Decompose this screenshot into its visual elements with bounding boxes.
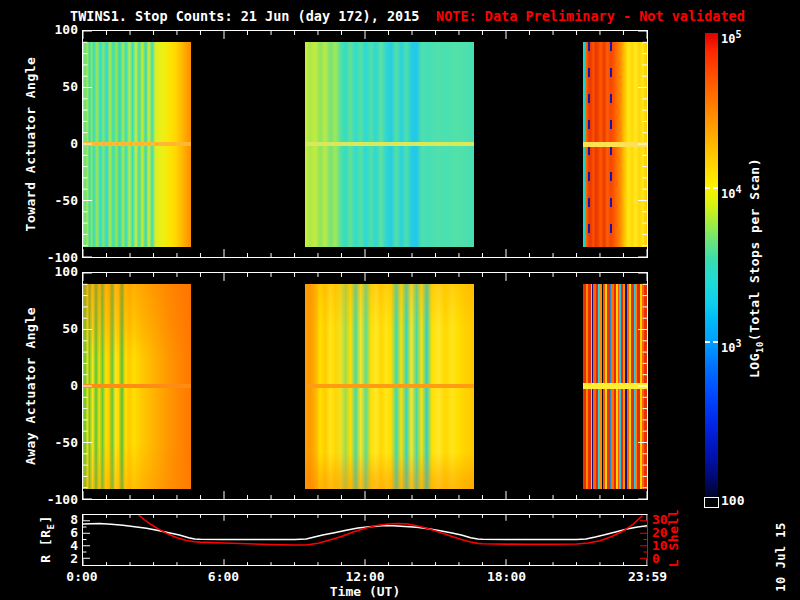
colorbar-title-sub: 10 — [755, 341, 765, 353]
time-tick-label: 18:00 — [487, 569, 526, 584]
colorbar-title-post: (Total Stops per Scan) — [747, 158, 762, 341]
l-shell-tick-label: 0 — [652, 551, 660, 567]
away-spectrogram-panel — [82, 272, 648, 500]
toward-spectrogram-blocks — [83, 31, 647, 257]
colorbar-decade-tick — [705, 187, 710, 189]
toward-ytick-label: 50 — [40, 79, 78, 95]
away-ytick-label: -50 — [40, 435, 78, 451]
ephemeris-plot — [83, 515, 647, 565]
zero-angle-band — [83, 384, 191, 388]
colorbar-bottom-box — [704, 497, 719, 508]
date-stamp: 10 Jul 15 — [774, 522, 788, 592]
colorbar-tick-label: 103 — [721, 336, 741, 356]
toward-ytick-label: 100 — [40, 22, 78, 38]
away-spectrogram-blocks — [83, 273, 647, 499]
colorbar-bottom-label: 100 — [721, 493, 744, 508]
time-tick-label: 6:00 — [208, 569, 239, 584]
time-axis-label: Time (UT) — [330, 584, 400, 599]
away-ytick-label: 100 — [40, 264, 78, 280]
time-tick-label: 12:00 — [345, 569, 384, 584]
colorbar — [705, 33, 718, 497]
time-tick-label: 23:59 — [628, 569, 667, 584]
toward-ytick-label: 0 — [40, 136, 78, 152]
toward-ytick-label: -50 — [40, 193, 78, 209]
time-tick-label: 0:00 — [66, 569, 97, 584]
away-ytick-label: 0 — [40, 378, 78, 394]
zero-angle-band — [305, 384, 474, 388]
zero-angle-band — [583, 142, 647, 147]
colorbar-decade-tick — [705, 341, 710, 343]
away-ytick-label: -100 — [40, 492, 78, 508]
colorbar-tick-label: 105 — [721, 27, 741, 47]
page-title: TWINS1. Stop Counts: 21 Jun (day 172), 2… — [70, 8, 420, 24]
toward-y-axis-label: Toward Actuator Angle — [23, 57, 38, 232]
away-ytick-label: 50 — [40, 321, 78, 337]
zero-angle-band — [583, 383, 647, 389]
r-tick-label: 2 — [40, 551, 78, 567]
colorbar-title-pre: LOG — [747, 353, 762, 378]
colorbar-decade-tick — [713, 341, 718, 343]
zero-angle-band — [305, 142, 474, 146]
ephemeris-panel — [82, 514, 648, 566]
colorbar-title: LOG10(Total Stops per Scan) — [747, 158, 765, 378]
colorbar-tick-label: 104 — [721, 182, 741, 202]
twins-stop-counts-figure: TWINS1. Stop Counts: 21 Jun (day 172), 2… — [0, 0, 800, 600]
zero-angle-band — [83, 142, 191, 146]
colorbar-decade-tick — [713, 187, 718, 189]
toward-spectrogram-panel — [82, 30, 648, 258]
away-y-axis-label: Away Actuator Angle — [23, 307, 38, 465]
preliminary-note: NOTE: Data Preliminary - Not validated — [436, 8, 745, 24]
